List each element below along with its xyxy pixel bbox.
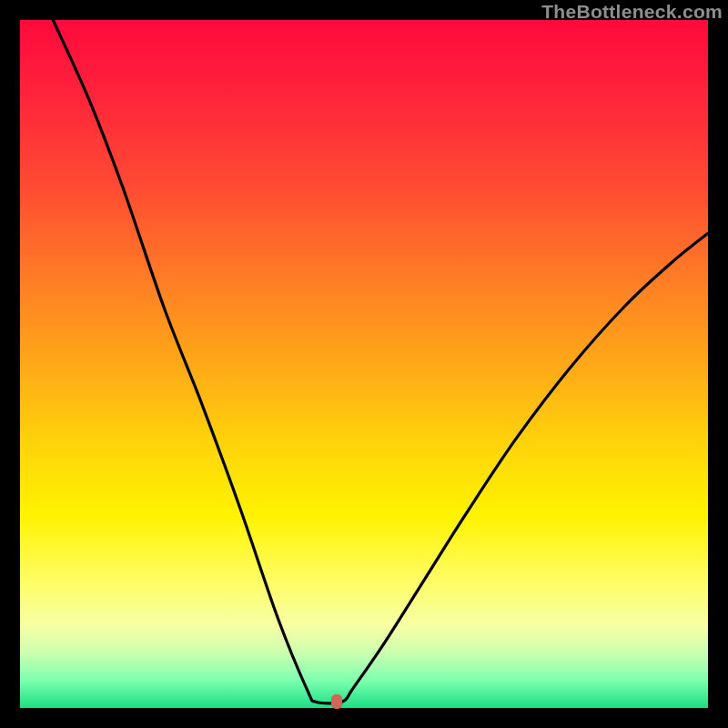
optimum-marker	[331, 694, 342, 709]
curve-path	[53, 20, 708, 703]
bottleneck-curve	[20, 20, 708, 708]
window-frame: TheBottleneck.com	[0, 0, 728, 728]
